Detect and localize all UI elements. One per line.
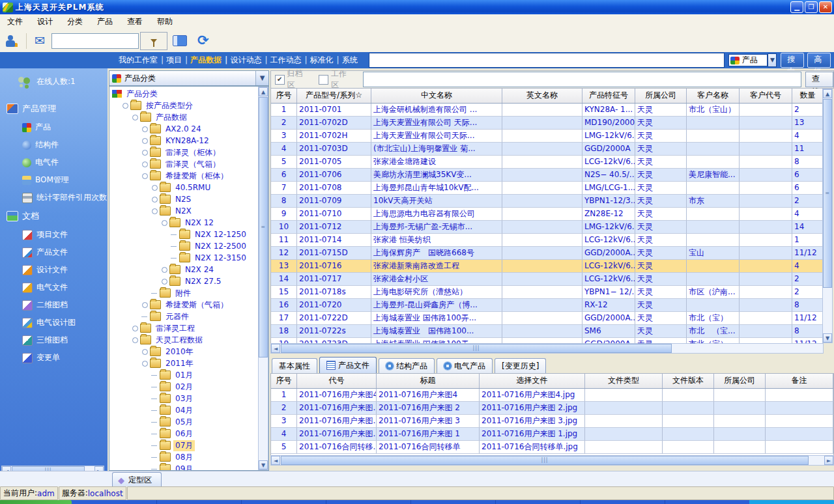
detail-tab[interactable]: 产品文件 [319,357,377,373]
refresh-button[interactable]: ⟳ [192,32,214,50]
table-row[interactable]: 4 2011-0703D (市北宝山)上海明馨置业 菊... GGD/2000A… [271,143,824,156]
tree-node[interactable]: 02月 [109,381,258,393]
sidebar-item[interactable]: 电气设计图 [0,314,108,331]
table-row[interactable]: 16 2011-0720 上海昱邦-昆山舜鑫房产（博... RX-12 天灵 8 [271,299,824,312]
tree-node[interactable]: 希捷爱斯（气箱） [109,299,258,311]
scroll-left-arrow[interactable]: ◄ [271,344,280,353]
toolbar-search-input[interactable] [51,33,139,49]
column-header[interactable]: 英文名称 [502,89,582,103]
message-button[interactable]: ✉ [29,32,50,50]
tree-expand-handle[interactable] [151,466,158,471]
tree-combo[interactable]: 产品分类 ▼ [109,70,269,86]
scroll-thumb[interactable]: ≡ [823,99,832,288]
column-header[interactable]: 中文名称 [371,89,502,103]
scroll-up-arrow[interactable]: ▲ [823,89,832,98]
detail-tab[interactable]: [变更历史] [495,358,546,373]
table-row[interactable]: 9 2011-0710 上海思源电力电容器有限公司 ZN28E-12 天灵 4 [271,208,824,221]
menu-item[interactable]: 帮助 [150,14,180,29]
tree-expand-handle[interactable] [171,243,178,250]
tree-node[interactable]: N2X 12-2500 [109,240,258,252]
product-table-vscrollbar[interactable]: ▲ ≡ ▼ [822,89,833,343]
tree-expand-handle[interactable] [141,173,149,180]
column-header[interactable]: 产品特征号 [582,89,635,103]
tree-expand-handle[interactable] [141,149,149,156]
sidebar-item[interactable]: 设计文件 [0,261,108,279]
tree-node[interactable]: AX2.0 24 [109,123,258,135]
tree-expand-handle[interactable] [141,137,149,145]
tree-expand-handle[interactable] [132,114,139,121]
tree-combo-arrow[interactable]: ▼ [255,71,268,85]
search-button[interactable]: 搜索 [781,53,804,68]
tree-expand-handle[interactable] [151,419,158,426]
tree-expand-handle[interactable] [161,219,168,227]
tree-node[interactable]: 07月 [109,440,258,451]
table-row[interactable]: 17 2011-0722D 上海城泰置业 国伟路100弄... GGD/2000… [271,312,824,325]
product-table-hscrollbar[interactable]: ◄ ||| [270,343,824,354]
tree-expand-handle[interactable] [151,454,158,461]
tree-node[interactable]: 产品分类 [109,88,258,100]
tree-node[interactable]: 天灵工程数据 [109,334,258,346]
scroll-down-arrow[interactable]: ▼ [259,460,268,469]
table-row[interactable]: 18 2011-0722s 上海城泰置业 国伟路100... SM6 天灵 市北… [271,325,824,338]
tree-node[interactable]: 06月 [109,428,258,440]
nav-item[interactable]: 项目 [165,55,189,66]
tree-expand-handle[interactable] [151,184,158,191]
menu-item[interactable]: 设计 [30,14,60,29]
tree-node[interactable]: 雷泽灵工程 [109,322,258,334]
sidebar-section-product-mgmt[interactable]: 产品管理 [0,99,108,119]
table-row[interactable]: 3 2011-0702H 上海天麦置业有限公司天际... LMG-12kV/6.… [271,130,824,143]
column-header[interactable]: 代号 [297,374,377,388]
sidebar-item[interactable]: BOM管理 [0,171,108,189]
tree-node[interactable]: N2X 12 [109,217,258,229]
scroll-thumb[interactable]: ||| [281,456,809,465]
file-row[interactable]: 1 2011-0716用户来图4 2011-0716用户来图4 2011-071… [271,389,833,402]
table-row[interactable]: 11 2011-0714 张家港 恒美纺织 LCG-12kV/6... 天灵 1 [271,234,824,247]
sidebar-item[interactable]: 三维图档 [0,331,108,349]
tree-node[interactable]: N2X 12-3150 [109,252,258,264]
tree-node[interactable]: 产品数据 [109,111,258,123]
table-row[interactable]: 2 2011-0702D 上海天麦置业有限公司 天际... MD190/2000… [271,117,824,130]
column-header[interactable]: 序号 [271,374,297,388]
column-header[interactable]: 备注 [766,374,833,388]
tree-expand-handle[interactable] [141,301,149,309]
column-header[interactable]: 选择文件 [480,374,585,388]
combo-dropdown-arrow[interactable]: ▼ [768,53,777,67]
sidebar-section-documents[interactable]: 文档 [0,206,108,226]
tree-expand-handle[interactable] [151,384,158,391]
nav-item[interactable]: 系统 [341,55,362,66]
close-button[interactable]: ✕ [819,1,832,13]
tree-node[interactable]: 雷泽灵（气箱） [109,158,258,170]
scroll-right-arrow[interactable]: ► [824,456,833,465]
scroll-left-arrow[interactable]: ◄ [271,456,280,465]
column-header[interactable]: 所属公司 [635,89,687,103]
tree-vscrollbar[interactable]: ▲ ≡ ▼ [258,87,268,470]
user-login-button[interactable] [0,32,23,50]
column-header[interactable]: 客户代号 [740,89,792,103]
table-row[interactable]: 7 2011-0708 上海昱邦昆山青年城10kV配... LMG/LCG-1.… [271,182,824,195]
tree-expand-handle[interactable] [151,395,158,402]
tree-node[interactable]: N2X [109,205,258,217]
tree-node[interactable]: 希捷爱斯（柜体） [109,170,258,182]
tree-expand-handle[interactable] [141,126,149,133]
column-header[interactable]: 文件类型 [585,374,663,388]
table-row[interactable]: 12 2011-0715D 上海保辉房产 国晓路668号 GGD/2000A..… [271,247,824,260]
menu-item[interactable]: 查看 [120,14,150,29]
search-type-combo[interactable]: 产品 [728,54,768,66]
tree-node[interactable]: 40.5RMU [109,182,258,193]
file-row[interactable]: 3 2011-0716用户来图... 2011-0716用户来图 3 2011-… [271,415,833,428]
tree-expand-handle[interactable] [151,407,158,414]
sidebar-item[interactable]: 结构件 [0,136,108,154]
tree-node[interactable]: 2010年 [109,346,258,357]
nav-item[interactable]: 我的工作室 [117,55,165,66]
column-header[interactable]: 客户名称 [687,89,740,103]
tree-expand-handle[interactable] [151,372,158,379]
archive-checkbox[interactable]: ✔ [275,75,285,85]
sidebar-item[interactable]: 产品 [0,119,108,136]
file-table-hscrollbar[interactable]: ◄ ||| ► [270,455,834,466]
menu-item[interactable]: 分类 [60,14,90,29]
table-row[interactable]: 13 2011-0716 张家港新乘南路改造工程 LCG-12kV/6... 天… [271,260,824,273]
scroll-thumb[interactable]: ||| [281,344,672,353]
tree-node[interactable]: 按产品类型分 [109,100,258,111]
tree-node[interactable]: N2X 12-1250 [109,229,258,240]
detail-tab[interactable]: 基本属性 [272,358,317,373]
